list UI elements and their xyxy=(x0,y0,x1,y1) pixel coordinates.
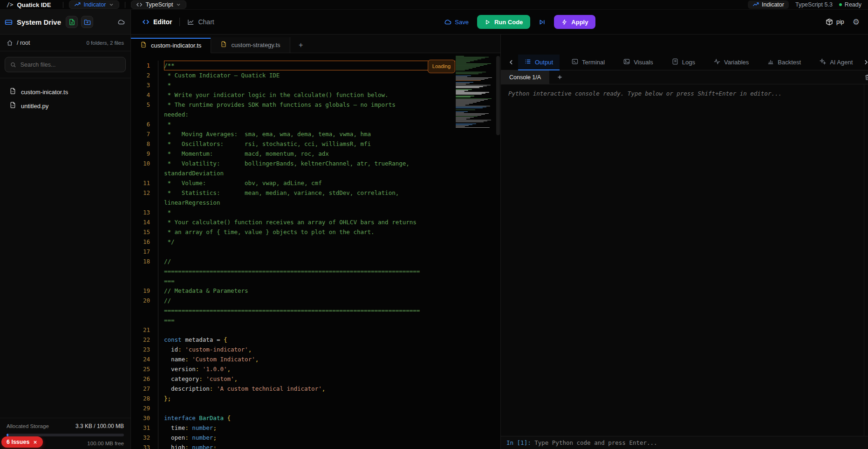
panel-tab-ai-agent[interactable]: AI Agent xyxy=(813,55,859,70)
code-line[interactable]: 3 * xyxy=(131,80,500,90)
line-number: 22 xyxy=(131,335,158,345)
code-line[interactable]: 17​ xyxy=(131,247,500,256)
new-tab-button[interactable]: + xyxy=(290,37,312,53)
panel-tab-output[interactable]: Output xyxy=(518,55,560,70)
file-tab[interactable]: custom-indicator.ts xyxy=(131,38,211,53)
file-list-item[interactable]: untitled.py xyxy=(0,99,130,113)
line-number: 32 xyxy=(131,433,158,442)
code-line[interactable]: 13 * xyxy=(131,207,500,217)
hard-drive-icon xyxy=(5,18,13,26)
search-icon xyxy=(10,62,16,68)
chevron-right-icon[interactable] xyxy=(859,55,868,70)
console-input-row[interactable]: In [1]: Type Python code and press Enter… xyxy=(501,436,868,449)
panel-tab-variables[interactable]: Variables xyxy=(707,55,755,70)
chevron-left-icon[interactable] xyxy=(505,55,518,70)
code-line[interactable]: 29​ xyxy=(131,403,500,413)
issues-badge[interactable]: 6 Issues xyxy=(1,436,43,448)
code-line[interactable]: 20// ===================================… xyxy=(131,296,500,325)
tab-chart[interactable]: Chart xyxy=(187,18,214,26)
save-label: Save xyxy=(455,19,469,26)
clear-console-button[interactable] xyxy=(858,70,868,84)
code-line[interactable]: 11 * Volume: obv, vwap, adLine, cmf xyxy=(131,178,500,188)
panel-tab-visuals[interactable]: Visuals xyxy=(617,55,660,70)
code-line[interactable]: 24 name: 'Custom Indicator', xyxy=(131,354,500,364)
tab-editor-label: Editor xyxy=(153,18,172,26)
header-right-actions: pip ⚙ xyxy=(826,18,860,26)
code-line[interactable]: 26 category: 'custom', xyxy=(131,374,500,384)
editor-scrollbar[interactable] xyxy=(496,56,500,135)
line-number: 6 xyxy=(131,119,158,129)
code-line[interactable]: 16 */ xyxy=(131,237,500,247)
line-number: 2 xyxy=(131,70,158,80)
home-icon xyxy=(7,40,13,46)
code-text: // =====================================… xyxy=(164,256,421,286)
code-line[interactable]: 9 * Momentum: macd, momentum, roc, adx xyxy=(131,149,500,159)
code-line[interactable]: 8 * Oscillators: rsi, stochastic, cci, w… xyxy=(131,139,500,149)
pip-packages-button[interactable]: pip xyxy=(826,18,844,26)
panel-tab-backtest[interactable]: Backtest xyxy=(761,55,807,70)
code-line[interactable]: 15 * an array of { time, value } objects… xyxy=(131,227,500,237)
code-line[interactable]: 30interface BarData { xyxy=(131,413,500,423)
code-line[interactable]: 10 * Volatility: bollingerBands, keltner… xyxy=(131,159,500,178)
new-folder-button[interactable] xyxy=(81,16,93,28)
console-tab[interactable]: Console 1/A xyxy=(501,70,549,84)
output-panel: OutputTerminalVisualsLogsVariablesBackte… xyxy=(501,35,868,449)
code-line[interactable]: 5 * The runtime provides SDK math functi… xyxy=(131,100,500,119)
code-line[interactable]: 7 * Moving Averages: sma, ema, wma, dema… xyxy=(131,129,500,139)
code-line[interactable]: 4 * Write your indicator logic in the ca… xyxy=(131,90,500,100)
code-line[interactable]: 22const metadata = { xyxy=(131,335,500,345)
add-console-button[interactable] xyxy=(549,70,570,84)
code-line[interactable]: 19// Metadata & Parameters xyxy=(131,286,500,296)
code-text: * xyxy=(164,80,421,90)
code-line[interactable]: 21​ xyxy=(131,325,500,335)
code-line[interactable]: 32 open: number; xyxy=(131,433,500,442)
issues-badge-text: 6 Issues xyxy=(7,439,29,445)
code-line[interactable]: 28}; xyxy=(131,394,500,403)
code-line[interactable]: 27 description: 'A custom technical indi… xyxy=(131,384,500,394)
tab-editor[interactable]: Editor xyxy=(142,18,172,26)
code-text: */ xyxy=(164,237,421,247)
cloud-sync-icon[interactable] xyxy=(117,18,125,26)
panel-tab-logs[interactable]: Logs xyxy=(665,55,702,70)
breadcrumb[interactable]: / root 0 folders, 2 files xyxy=(0,35,130,51)
mode-select-label: Indicator xyxy=(83,1,106,8)
settings-gear-icon[interactable]: ⚙ xyxy=(853,18,860,26)
ts-file-icon xyxy=(220,41,227,49)
panel-tab-label: Backtest xyxy=(778,59,801,66)
code-line[interactable]: 14 * Your calculate() function receives … xyxy=(131,217,500,227)
app-title: Quatick IDE xyxy=(17,1,51,8)
apply-button[interactable]: Apply xyxy=(554,15,595,29)
code-line[interactable]: 2 * Custom Indicator — Quatick IDE xyxy=(131,70,500,80)
code-line[interactable]: 33 high: number; xyxy=(131,442,500,449)
panel-tab-terminal[interactable]: Terminal xyxy=(565,55,611,70)
mode-select[interactable]: Indicator xyxy=(69,0,119,9)
language-select-label: TypeScript xyxy=(145,1,173,8)
line-number: 10 xyxy=(131,159,158,178)
code-editor[interactable]: 1/**Loading2 * Custom Indicator — Quatic… xyxy=(131,53,500,449)
code-text: open: number; xyxy=(164,433,421,442)
line-number: 4 xyxy=(131,90,158,100)
line-number: 24 xyxy=(131,354,158,364)
line-number: 14 xyxy=(131,217,158,227)
code-line[interactable]: 6 * xyxy=(131,119,500,129)
search-input[interactable] xyxy=(21,62,120,68)
new-file-button[interactable] xyxy=(66,16,78,28)
run-code-button[interactable]: Run Code xyxy=(477,15,530,29)
code-line[interactable]: 12 * Statistics: mean, median, variance,… xyxy=(131,188,500,207)
file-list-item[interactable]: custom-inicator.ts xyxy=(0,85,130,99)
close-icon[interactable] xyxy=(33,440,38,445)
code-line[interactable]: 23 id: 'custom-indicator', xyxy=(131,345,500,354)
file-tab[interactable]: custom-strategy.ts xyxy=(211,37,290,53)
step-forward-button[interactable] xyxy=(539,19,546,26)
minimap[interactable] xyxy=(456,56,495,128)
code-line[interactable]: 25 version: '1.0.0', xyxy=(131,364,500,374)
code-line[interactable]: 18// ===================================… xyxy=(131,256,500,286)
code-line[interactable]: 1/**Loading xyxy=(131,61,500,70)
search-files-input[interactable] xyxy=(5,57,126,72)
panel-tab-label: Output xyxy=(535,59,553,66)
save-button[interactable]: Save xyxy=(444,18,469,26)
current-path: / root xyxy=(17,40,30,46)
code-line[interactable]: 31 time: number; xyxy=(131,423,500,433)
console-output[interactable]: Python interactive console ready. Type b… xyxy=(501,84,868,436)
language-select[interactable]: TypeScript xyxy=(131,0,186,9)
